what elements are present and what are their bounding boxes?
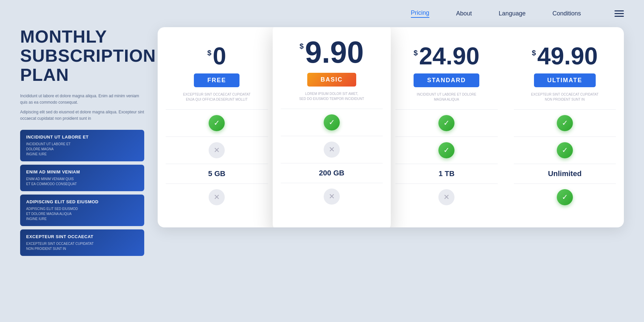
cross-icon-free-1: ✕	[209, 142, 225, 158]
storage-ultimate-2: Unlimited	[514, 164, 616, 183]
plan-badge-free[interactable]: FREE	[194, 73, 239, 87]
feature-title-2: ADIPISCING ELIT SED EIUSMOD	[26, 199, 138, 204]
feature-title-3: EXCEPTEUR SINT OCCAECAT	[26, 234, 138, 239]
nav-conditions[interactable]: Conditions	[552, 10, 581, 17]
feature-row-ultimate-0: ✓	[514, 109, 616, 137]
feature-row-free-3: ✕	[166, 183, 268, 211]
page-title: MONTHLY SUBSCRIPTION PLAN	[20, 27, 144, 85]
price-container-basic: $ 9.90	[300, 37, 364, 67]
feature-item-1: ENIM AD MINIM VENIAM ENIM AD MINIM VENIA…	[20, 165, 144, 191]
nav-about[interactable]: About	[456, 10, 472, 17]
check-icon-free-0: ✓	[209, 115, 225, 131]
feature-row-basic-0: ✓	[281, 109, 383, 136]
price-container-ultimate: $ 49.90	[532, 44, 598, 68]
feature-row-standard-0: ✓	[395, 109, 498, 137]
main-content: MONTHLY SUBSCRIPTION PLAN Incididunt ut …	[0, 27, 644, 276]
plan-desc-ultimate: EXCEPTEUR SINT OCCAECAT CUPIDATATNON PRO…	[531, 92, 598, 103]
check-icon-ultimate-3: ✓	[557, 189, 573, 205]
price-container-free: $ 0	[207, 44, 226, 68]
cross-icon-standard-3: ✕	[438, 189, 454, 205]
pricing-card-standard[interactable]: $ 24.90 STANDARD INCIDIDUNT UT LABORE ET…	[387, 34, 506, 221]
feature-row-free-0: ✓	[166, 109, 268, 137]
pricing-card-ultimate[interactable]: $ 49.90 ULTIMATE EXCEPTEUR SINT OCCAECAT…	[506, 34, 624, 221]
check-icon-ultimate-1: ✓	[557, 142, 573, 158]
price-amount-free: 0	[213, 44, 226, 68]
price-dollar-standard: $	[414, 49, 418, 57]
price-dollar-ultimate: $	[532, 49, 536, 57]
feature-row-basic-3: ✕	[281, 183, 383, 210]
feature-desc-3: EXCEPTEUR SINT OCCAECAT CUPIDATATNON PRO…	[26, 241, 138, 251]
price-amount-basic: 9.90	[305, 37, 364, 67]
feature-desc-2: ADIPISCING ELIT SED EIUSMODET DOLORE MAG…	[26, 206, 138, 221]
feature-row-ultimate-1: ✓	[514, 137, 616, 164]
check-icon-ultimate-0: ✓	[557, 115, 573, 131]
storage-free-2: 5 GB	[166, 164, 268, 183]
navbar: Pricing About Language Conditions	[0, 0, 644, 27]
nav-pricing[interactable]: Pricing	[411, 9, 429, 18]
feature-row-standard-1: ✓	[395, 137, 498, 164]
hero-desc1: Incididunt ut labore et dolore magna ali…	[20, 93, 144, 106]
feature-title-0: INCIDIDUNT UT LABORE ET	[26, 135, 138, 140]
feature-row-standard-3: ✕	[395, 183, 498, 211]
features-list: INCIDIDUNT UT LABORE ET INCIDIDUNT UT LA…	[20, 130, 144, 256]
plan-badge-basic[interactable]: BASIC	[307, 73, 356, 87]
feature-item-0: INCIDIDUNT UT LABORE ET INCIDIDUNT UT LA…	[20, 130, 144, 161]
price-dollar-free: $	[207, 49, 211, 57]
feature-row-free-1: ✕	[166, 137, 268, 164]
feature-row-ultimate-3: ✓	[514, 183, 616, 211]
pricing-card-basic[interactable]: $ 9.90 BASIC LOREM IPSUM DOLOR SIT AMET,…	[273, 27, 391, 227]
nav-language[interactable]: Language	[499, 10, 526, 17]
plan-desc-basic: LOREM IPSUM DOLOR SIT AMET,SED DO EIUSMO…	[299, 91, 364, 102]
plan-badge-standard[interactable]: STANDARD	[414, 73, 479, 87]
check-icon-standard-1: ✓	[438, 142, 454, 158]
left-panel: MONTHLY SUBSCRIPTION PLAN Incididunt ut …	[20, 27, 144, 256]
feature-desc-0: INCIDIDUNT UT LABORE ETDOLORE MAGNAINGIN…	[26, 142, 138, 157]
pricing-cards-container: $ 0 FREE EXCEPTEUR SINT OCCAECAT CUPIDAT…	[158, 27, 624, 227]
feature-item-3: EXCEPTEUR SINT OCCAECAT EXCEPTEUR SINT O…	[20, 229, 144, 256]
cross-icon-basic-3: ✕	[324, 189, 340, 205]
price-container-standard: $ 24.90	[414, 44, 479, 68]
plan-desc-free: EXCEPTEUR SINT OCCAECAT CUPIDATATENJA QU…	[183, 92, 251, 103]
feature-row-basic-1: ✕	[281, 136, 383, 163]
price-amount-standard: 24.90	[419, 44, 479, 68]
feature-desc-1: ENIM AD MINIM VENIAM QUISET EA COMMODO C…	[26, 176, 138, 186]
check-icon-basic-0: ✓	[324, 114, 340, 130]
hero-desc2: Adipiscing elit sed do eiusmod et dolore…	[20, 109, 144, 122]
storage-standard-2: 1 TB	[395, 164, 498, 183]
feature-item-2: ADIPISCING ELIT SED EIUSMOD ADIPISCING E…	[20, 195, 144, 226]
plan-desc-standard: INCIDIDUNT UT LABORE ET DOLOREMAGNA ALIQ…	[417, 92, 476, 103]
pricing-section: $ 0 FREE EXCEPTEUR SINT OCCAECAT CUPIDAT…	[158, 27, 624, 227]
price-dollar-basic: $	[300, 42, 304, 51]
price-amount-ultimate: 49.90	[537, 44, 598, 68]
pricing-card-free[interactable]: $ 0 FREE EXCEPTEUR SINT OCCAECAT CUPIDAT…	[158, 34, 276, 221]
feature-title-1: ENIM AD MINIM VENIAM	[26, 169, 138, 174]
cross-icon-basic-1: ✕	[324, 142, 340, 158]
check-icon-standard-0: ✓	[438, 115, 454, 131]
hamburger-menu[interactable]	[614, 10, 624, 17]
cross-icon-free-3: ✕	[209, 189, 225, 205]
plan-badge-ultimate[interactable]: ULTIMATE	[534, 73, 596, 87]
storage-basic-2: 200 GB	[281, 163, 383, 183]
